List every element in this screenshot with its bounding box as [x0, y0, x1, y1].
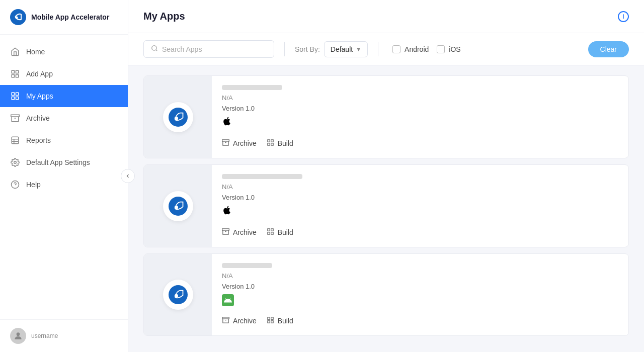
- sidebar-item-my-apps[interactable]: My Apps: [0, 85, 128, 107]
- sort-dropdown-arrow: ▼: [356, 46, 361, 52]
- android-checkbox[interactable]: [392, 45, 400, 53]
- svg-rect-2: [12, 70, 14, 73]
- reports-icon: [10, 135, 20, 145]
- app-name-redacted: [222, 85, 282, 90]
- sidebar-item-my-apps-label: My Apps: [26, 92, 53, 100]
- android-label: Android: [405, 45, 429, 53]
- sidebar-collapse-button[interactable]: [121, 169, 135, 183]
- archive-label: Archive: [233, 317, 257, 325]
- app-thumbnail: [144, 254, 212, 335]
- build-button[interactable]: Build: [267, 313, 293, 328]
- archive-label: Archive: [233, 139, 257, 147]
- info-icon[interactable]: i: [618, 11, 629, 22]
- sort-label: Sort By:: [295, 45, 320, 53]
- svg-rect-29: [268, 143, 270, 145]
- archive-action-icon: [222, 228, 229, 237]
- sidebar-item-home-label: Home: [26, 48, 45, 56]
- app-name-redacted: [222, 263, 272, 268]
- sidebar-item-archive[interactable]: Archive: [0, 107, 128, 129]
- svg-rect-45: [268, 321, 270, 323]
- build-action-icon: [267, 139, 274, 148]
- app-platform-icon: [222, 294, 618, 306]
- svg-rect-43: [271, 317, 273, 319]
- app-info: N/A Version 1.0: [212, 76, 628, 158]
- toolbar-divider-2: [378, 42, 378, 56]
- add-app-icon: [10, 69, 20, 79]
- sidebar-item-reports[interactable]: Reports: [0, 129, 128, 151]
- build-button[interactable]: Build: [267, 225, 293, 240]
- build-button[interactable]: Build: [267, 136, 293, 151]
- svg-point-1: [16, 17, 18, 19]
- android-badge: [222, 294, 234, 306]
- app-logo: [163, 191, 193, 221]
- app-status: N/A: [222, 272, 618, 280]
- app-logo-icon: [10, 9, 26, 25]
- app-version: Version 1.0: [222, 194, 618, 201]
- sidebar-item-archive-label: Archive: [26, 114, 50, 122]
- sort-dropdown[interactable]: Default ▼: [324, 41, 368, 57]
- svg-point-38: [169, 285, 188, 304]
- svg-rect-42: [268, 317, 270, 319]
- filter-group: Android iOS: [392, 45, 461, 53]
- archive-action-icon: [222, 316, 229, 325]
- svg-line-21: [156, 50, 157, 51]
- search-icon: [151, 45, 158, 53]
- sidebar-logo: Mobile App Accelerator: [0, 0, 128, 35]
- toolbar: Sort By: Default ▼ Android iOS Clear: [128, 33, 644, 65]
- build-action-icon: [267, 228, 274, 237]
- svg-rect-12: [12, 137, 19, 144]
- svg-rect-8: [16, 97, 19, 100]
- my-apps-icon: [10, 91, 20, 101]
- sidebar-item-add-app-label: Add App: [26, 70, 53, 78]
- svg-point-19: [17, 332, 20, 336]
- svg-rect-27: [271, 140, 273, 142]
- svg-rect-10: [11, 115, 20, 117]
- app-card: N/A Version 1.0 A: [143, 164, 629, 247]
- app-thumbnail: [144, 165, 212, 247]
- svg-rect-9: [12, 97, 14, 100]
- app-name-redacted: [222, 174, 302, 179]
- archive-button[interactable]: Archive: [222, 225, 257, 240]
- app-version: Version 1.0: [222, 283, 618, 290]
- ios-checkbox[interactable]: [437, 45, 445, 53]
- svg-rect-32: [222, 229, 229, 230]
- sidebar-item-home[interactable]: Home: [0, 41, 128, 63]
- sidebar-item-settings-label: Default App Settings: [26, 158, 90, 166]
- svg-rect-6: [12, 93, 14, 95]
- archive-button[interactable]: Archive: [222, 313, 257, 328]
- svg-rect-36: [271, 232, 273, 234]
- app-info: N/A Version 1.0: [212, 254, 628, 335]
- archive-icon: [10, 113, 20, 123]
- help-icon: [10, 180, 20, 190]
- settings-icon: [10, 157, 20, 167]
- app-version: Version 1.0: [222, 105, 618, 112]
- search-input[interactable]: [162, 45, 253, 53]
- sort-value: Default: [331, 45, 353, 53]
- sort-area: Sort By: Default ▼: [295, 41, 368, 57]
- svg-point-30: [169, 197, 188, 216]
- avatar: [10, 328, 26, 344]
- search-box[interactable]: [143, 40, 274, 58]
- sidebar-item-settings[interactable]: Default App Settings: [0, 151, 128, 173]
- sidebar-item-reports-label: Reports: [26, 136, 51, 144]
- svg-point-0: [10, 9, 26, 25]
- archive-button[interactable]: Archive: [222, 136, 257, 151]
- sidebar-item-add-app[interactable]: Add App: [0, 63, 128, 85]
- app-thumbnail: [144, 76, 212, 158]
- app-status: N/A: [222, 183, 618, 191]
- svg-rect-35: [271, 229, 273, 231]
- app-card: N/A Version 1.0: [143, 75, 629, 158]
- app-info: N/A Version 1.0 A: [212, 165, 628, 247]
- clear-button[interactable]: Clear: [588, 41, 629, 57]
- toolbar-divider: [284, 42, 285, 56]
- build-label: Build: [278, 317, 293, 325]
- sidebar-nav: Home Add App My Apps: [0, 35, 128, 319]
- sidebar-item-help[interactable]: Help: [0, 173, 128, 196]
- filter-android[interactable]: Android: [392, 45, 429, 53]
- sidebar: Mobile App Accelerator Home Add App: [0, 0, 128, 352]
- app-actions: Archive Build: [222, 225, 618, 240]
- main-content: My Apps i Sort By: Default ▼ Android: [128, 0, 644, 352]
- filter-ios[interactable]: iOS: [437, 45, 460, 53]
- svg-rect-26: [268, 140, 270, 142]
- ios-label: iOS: [449, 45, 460, 53]
